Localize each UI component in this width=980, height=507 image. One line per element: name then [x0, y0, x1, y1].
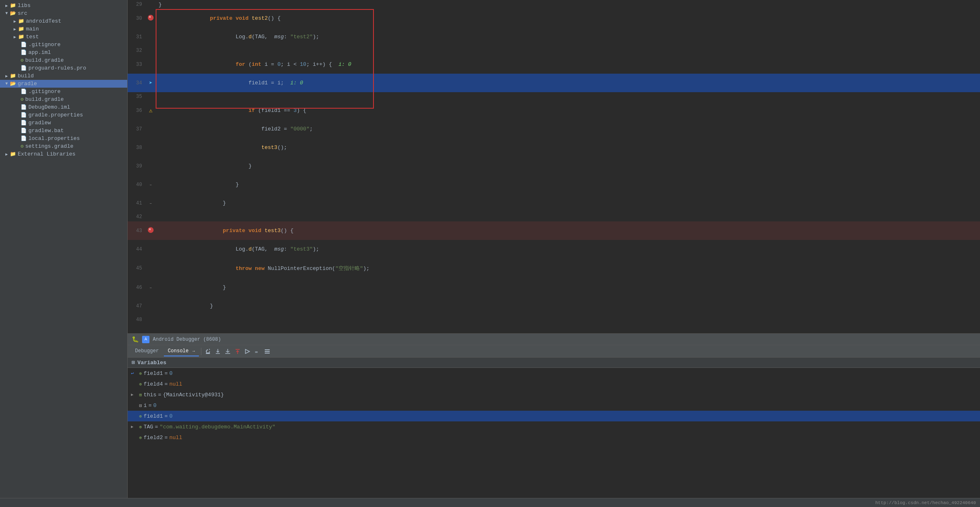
variable-item-field4[interactable]: ⊕ field4 = null: [128, 379, 980, 389]
sidebar-item-label: gradlew: [28, 120, 51, 126]
line-gutter: [146, 9, 155, 28]
sidebar-item-main[interactable]: ▶ 📁 main: [0, 25, 127, 33]
svg-rect-0: [206, 353, 210, 354]
line-number: 37: [128, 120, 146, 138]
sidebar-item-settings-gradle[interactable]: ⚙ settings.gradle: [0, 142, 127, 150]
step-into-button[interactable]: [213, 347, 222, 356]
sidebar-item-label: gradle.properties: [28, 112, 83, 118]
sidebar-item-build-gradle-root[interactable]: ⚙ build.gradle: [0, 95, 127, 103]
sidebar-item-gradlew-bat[interactable]: 📄 gradlew.bat: [0, 127, 127, 135]
arrow-icon: ▶: [3, 152, 10, 157]
var-equals: =: [158, 392, 161, 398]
session-label: Android Debugger (8608): [153, 337, 221, 342]
var-equals: =: [155, 424, 158, 430]
line-content: }: [155, 297, 980, 315]
line-gutter: [146, 92, 155, 101]
line-content: [155, 212, 980, 221]
variable-item-field2[interactable]: ⊕ field2 = null: [128, 432, 980, 443]
variable-item-field1-top[interactable]: ↩ ⊕ field1 = 0: [128, 368, 980, 379]
step-out-button[interactable]: [233, 347, 242, 356]
file-icon: 📄: [21, 128, 27, 134]
line-number: 45: [128, 258, 146, 278]
code-line-33: 33 for (int i = 0; i < 10; i++) { i: 0: [128, 55, 980, 74]
force-step-into-button[interactable]: [223, 347, 232, 356]
arrow-icon: ▶: [3, 3, 10, 8]
variable-item-tag[interactable]: ▶ ⊕ TAG = "com.waiting.debugdemo.MainAct…: [128, 421, 980, 432]
arrow-icon: ▶: [12, 35, 18, 40]
evaluate-button[interactable]: =: [253, 347, 262, 356]
sidebar-item-label: local.properties: [28, 135, 80, 142]
line-number: 35: [128, 92, 146, 101]
run-to-cursor-button[interactable]: [243, 347, 252, 356]
line-content: }: [155, 175, 980, 194]
line-content: }: [155, 278, 980, 297]
breakpoint-icon[interactable]: [148, 227, 154, 233]
sidebar-item-androidtest[interactable]: ▶ 📁 androidTest: [0, 17, 127, 25]
sidebar-item-label: build.gradle: [25, 57, 64, 63]
tab-console[interactable]: Console →: [164, 347, 199, 356]
var-equals: =: [164, 370, 168, 377]
sidebar-item-label: app.iml: [28, 49, 51, 56]
code-line-40: 40 – }: [128, 175, 980, 194]
line-content: test3();: [155, 138, 980, 157]
file-icon: 📄: [21, 88, 27, 95]
sidebar-item-test[interactable]: ▶ 📁 test: [0, 33, 127, 41]
code-line-35: 35: [128, 92, 980, 101]
sidebar-item-libs[interactable]: ▶ 📁 libs: [0, 2, 127, 9]
field-icon: ⊕: [139, 381, 142, 387]
line-content: field1 = i; i: 0: [155, 74, 980, 92]
folder-icon: 📁: [18, 26, 24, 32]
sidebar-item-src[interactable]: ▼ 📂 src: [0, 9, 127, 17]
status-url: http://blog.csdn.net/hechao_492240640: [875, 500, 976, 505]
code-line-45: 45 throw new NullPointerException("空指针略"…: [128, 258, 980, 278]
gradle-icon: ⚙: [21, 57, 23, 63]
code-line-31: 31 Log.d(TAG, msg: "test2");: [128, 28, 980, 46]
main-area: ▶ 📁 libs ▼ 📂 src ▶ 📁 androidTest ▶ 📁 mai…: [0, 0, 980, 498]
line-content: }: [155, 194, 980, 212]
sidebar-item-debugdemo-iml[interactable]: 📄 DebugDemo.iml: [0, 103, 127, 111]
frames-button[interactable]: [263, 347, 272, 356]
sidebar-item-gitignore-src[interactable]: 📄 .gitignore: [0, 41, 127, 49]
sidebar-item-gradle[interactable]: ▼ 📂 gradle: [0, 80, 127, 88]
collapse-icon[interactable]: –: [149, 201, 152, 206]
sidebar-item-build[interactable]: ▶ 📁 build: [0, 72, 127, 80]
sidebar-item-proguard[interactable]: 📄 proguard-rules.pro: [0, 64, 127, 72]
line-gutter: [146, 258, 155, 278]
sidebar-item-gitignore-root[interactable]: 📄 .gitignore: [0, 88, 127, 95]
arrow-icon: ▼: [3, 11, 10, 16]
variable-item-i[interactable]: ⊡ i = 0: [128, 400, 980, 411]
file-icon: 📄: [21, 120, 27, 126]
breakpoint-icon[interactable]: [148, 15, 154, 21]
line-number: 42: [128, 212, 146, 221]
variable-item-this[interactable]: ▶ ⊞ this = {MainActivity@4931}: [128, 389, 980, 400]
collapse-icon[interactable]: –: [149, 183, 152, 187]
sidebar-item-local-properties[interactable]: 📄 local.properties: [0, 135, 127, 142]
code-line-37: 37 field2 = "0000";: [128, 120, 980, 138]
file-icon: 📄: [21, 104, 27, 110]
sidebar-item-app-iml[interactable]: 📄 app.iml: [0, 49, 127, 56]
sidebar-item-gradlew[interactable]: 📄 gradlew: [0, 119, 127, 127]
code-editor-area: 29 } 30 private void test2() {: [128, 0, 980, 333]
sidebar-item-gradle-properties[interactable]: 📄 gradle.properties: [0, 111, 127, 119]
code-editor[interactable]: 29 } 30 private void test2() {: [128, 0, 980, 333]
line-gutter: [146, 315, 155, 324]
line-content: private void test2() {: [155, 9, 980, 28]
line-content: private void test3() {: [155, 221, 980, 240]
line-number: 31: [128, 28, 146, 46]
collapse-icon[interactable]: –: [149, 286, 152, 290]
toolbar-separator: [201, 348, 201, 355]
field-icon: ⊕: [139, 414, 142, 419]
line-content: Log.d(TAG, msg: "test3");: [155, 240, 980, 258]
line-gutter: ⚠: [146, 101, 155, 120]
sidebar-item-external-libraries[interactable]: ▶ 📁 External Libraries: [0, 150, 127, 158]
line-number: 29: [128, 0, 146, 9]
line-gutter: –: [146, 194, 155, 212]
field-icon: ⊕: [139, 371, 142, 376]
code-lines: 29 } 30 private void test2() {: [128, 0, 980, 324]
step-over-button[interactable]: [203, 347, 212, 356]
line-content: if (field1 == 3) {: [155, 101, 980, 120]
line-gutter: –: [146, 175, 155, 194]
variable-item-field1-bottom[interactable]: ⊕ field1 = 0: [128, 411, 980, 421]
sidebar-item-build-gradle-app[interactable]: ⚙ build.gradle: [0, 56, 127, 64]
tab-debugger[interactable]: Debugger: [131, 347, 163, 356]
